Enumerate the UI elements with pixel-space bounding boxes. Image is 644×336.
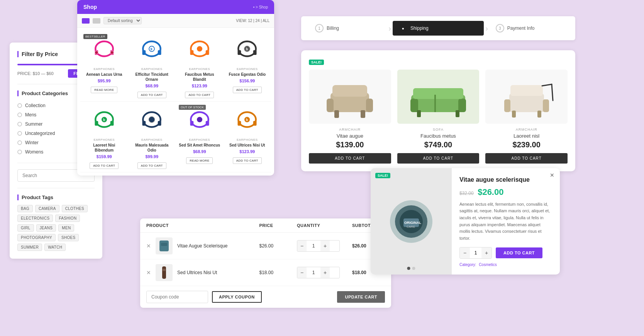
add-to-cart-button[interactable]: ADD TO CART [185, 92, 214, 98]
product-card: EARPHONES Mauris Malesuada Odio $99.99 A… [128, 102, 176, 172]
qty-increase-button[interactable]: + [320, 240, 330, 251]
detail-quantity-stepper[interactable]: − 1 + [459, 247, 492, 259]
shop-title: Shop [83, 4, 97, 10]
svg-rect-50 [509, 94, 544, 112]
qty-increase-button[interactable]: + [320, 267, 330, 278]
detail-close-icon[interactable]: ✕ [550, 172, 554, 178]
add-to-cart-button[interactable]: ADD TO CART [137, 92, 166, 98]
furniture-card: ARMCHAIR Laoreet nisl $239.00 ADD TO CAR… [485, 70, 568, 164]
svg-text:b: b [246, 118, 248, 122]
product-price: $68.99 [179, 149, 220, 154]
svg-rect-41 [334, 110, 339, 118]
tag-girl[interactable]: GIRL [17, 224, 34, 232]
add-to-cart-button[interactable]: ADD TO CART [90, 162, 119, 169]
detail-qty-increase[interactable]: + [481, 247, 491, 258]
furniture-price: $139.00 [309, 140, 391, 149]
step-billing[interactable]: 1 Billing [309, 21, 387, 36]
svg-rect-20 [95, 121, 98, 126]
tag-clothes[interactable]: CLOTHES [62, 205, 88, 212]
filter-title: Filter By Price [17, 51, 58, 57]
product-price: $123.99 [227, 149, 268, 154]
product-price: $95.99 [83, 78, 125, 83]
sale-badge: SALE! [309, 60, 324, 65]
product-price: $156.99 [227, 78, 268, 83]
product-name: Laoreet Nisi Bibendum [83, 143, 125, 153]
svg-rect-39 [366, 99, 373, 112]
product-category: EARPHONES [131, 138, 173, 142]
coupon-input[interactable] [146, 291, 208, 303]
detail-qty-decrease[interactable]: − [460, 247, 470, 258]
grid-view-icon[interactable] [82, 18, 90, 24]
svg-text:9: 9 [151, 47, 153, 51]
tag-men[interactable]: MEN [58, 224, 74, 232]
product-image [179, 34, 220, 65]
detail-add-to-cart-button[interactable]: ADD TO CART [496, 247, 542, 258]
svg-rect-42 [361, 110, 365, 118]
detail-qty-value: 1 [470, 250, 481, 256]
quantity-stepper[interactable]: − 1 + [297, 240, 340, 252]
detail-qty-row: − 1 + ADD TO CART [459, 247, 552, 259]
cart-footer: APPLY COUPON UPDATE CART [140, 286, 391, 308]
tag-electronics[interactable]: ELECTRONICS [17, 215, 53, 222]
svg-point-4 [110, 51, 114, 55]
qty-value: 1 [309, 243, 318, 249]
product-name: Sed Sit Amet Rhoncus [179, 143, 220, 148]
product-name: Mauris Malesuada Odio [131, 143, 173, 153]
tag-fashion[interactable]: FASHION [55, 215, 80, 222]
list-view-icon[interactable] [93, 18, 100, 24]
add-to-cart-button[interactable]: ADD TO CART [485, 153, 568, 164]
table-row: ✕ Vitae Augue Scelerisque $26.00 − [140, 233, 391, 259]
furniture-category: ARMCHAIR [309, 128, 391, 131]
add-to-cart-button[interactable]: ADD TO CART [233, 87, 262, 93]
svg-rect-16 [253, 50, 257, 55]
step-payment[interactable]: 3 Payment Info [490, 21, 568, 36]
shop-panel: Shop • > Shop Default sorting VIEW: 12 |… [77, 0, 274, 176]
tag-summer[interactable]: SUMMER [17, 244, 42, 251]
quantity-stepper[interactable]: − 1 + [297, 267, 340, 278]
product-category: EARPHONES [83, 67, 125, 71]
svg-rect-54 [512, 111, 516, 118]
svg-line-57 [552, 84, 553, 101]
furniture-image [309, 70, 391, 124]
svg-rect-52 [543, 99, 549, 112]
tag-shoes[interactable]: SHOES [58, 234, 79, 241]
tag-photography[interactable]: PHOTOGRAPHY [17, 234, 56, 241]
tag-bag[interactable]: BAG [17, 205, 33, 212]
furniture-price: $239.00 [485, 140, 568, 149]
product-price: $68.99 [131, 84, 173, 88]
remove-item-button[interactable]: ✕ [146, 243, 151, 249]
add-to-cart-button[interactable]: ADD TO CART [233, 157, 262, 164]
price-range-label: PRICE: $10 — $60 [17, 71, 54, 76]
add-to-cart-button[interactable]: ADD TO CART [309, 153, 391, 164]
step-shipping[interactable]: ● Shipping [393, 21, 484, 36]
update-cart-button[interactable]: UPDATE CART [337, 291, 385, 303]
product-badge: BESTSELLER [83, 34, 107, 39]
product-card: b EARPHONES Laoreet Nisi Bibendum $159.9… [80, 102, 128, 172]
remove-item-button[interactable]: ✕ [146, 269, 151, 276]
product-card: 9 EARPHONES Efficitur Tincidunt Ornare $… [128, 31, 176, 102]
tag-watch[interactable]: WATCH [44, 244, 66, 251]
furniture-name: Vitae augue [309, 133, 391, 139]
product-detail-image: SALE! ORIGINAL CARE [371, 168, 452, 275]
furniture-name: Faucibus metus [397, 133, 480, 139]
furniture-card: SOFA Faucibus metus $749.00 ADD TO CART [397, 70, 480, 164]
product-badge-out-of-stock: OUT OF STOCK [179, 105, 206, 110]
product-image: 9 [131, 34, 173, 65]
sort-select[interactable]: Default sorting [103, 17, 142, 24]
qty-decrease-button[interactable]: − [297, 267, 307, 278]
product-card: b EARPHONES Sed Ultrices Nisi Ut $123.99… [224, 102, 271, 172]
product-detail-info: Vitae augue scelerisque $32.00 $26.00 Ae… [452, 168, 560, 275]
qty-decrease-button[interactable]: − [297, 240, 307, 251]
svg-rect-25 [142, 121, 146, 126]
tag-camera[interactable]: CAMERA [35, 205, 59, 212]
tag-jeans[interactable]: JEANS [36, 224, 56, 232]
read-more-button[interactable]: READ MORE [91, 87, 117, 93]
step-label: Payment Info [507, 26, 535, 31]
read-more-button[interactable]: READ MORE [186, 157, 213, 164]
add-to-cart-button[interactable]: ADD TO CART [397, 153, 480, 164]
product-name: Efficitur Tincidunt Ornare [131, 72, 173, 82]
svg-rect-51 [504, 99, 510, 112]
add-to-cart-button[interactable]: ADD TO CART [137, 162, 166, 169]
apply-coupon-button[interactable]: APPLY COUPON [212, 291, 262, 303]
product-price: $123.99 [179, 84, 220, 88]
